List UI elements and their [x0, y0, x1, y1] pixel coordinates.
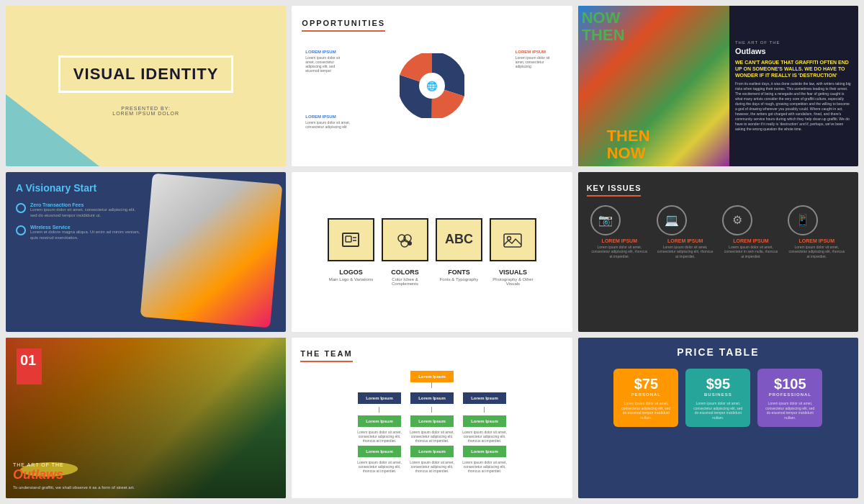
slide-outlaws-bottom: 01 THE ART OF THE Outlaws To understand … — [6, 338, 286, 498]
colors-icon-box — [382, 218, 428, 261]
org-chart: Lorem Ipsum Lorem Ipsum Lorem Ipsum Lore… — [300, 371, 563, 473]
issue-3-text: Lorem ipsum dolor sit amet, consectetur … — [722, 245, 780, 259]
issue-1-icon: 📷 — [590, 205, 621, 235]
issue-2-icon: 💻 — [657, 205, 687, 235]
slide-number: 01 — [20, 352, 36, 369]
art-of-the-label: THE ART OF THE — [735, 40, 852, 45]
title-outline-box: VISUAL IDENTITY — [58, 55, 234, 93]
org-l3-1-text: Lorem ipsum dolor sit amet, consectetur … — [356, 430, 402, 443]
outlaws-body: From its earliest days, it was done outs… — [735, 81, 852, 132]
colors-sublabel: Color Ichee & Complements — [382, 277, 428, 286]
price-tier-3: PROFESSIONAL — [763, 392, 816, 397]
issue-4: 📱 LOREM IPSUM Lorem ipsum dolor sit amet… — [788, 205, 845, 259]
svg-rect-5 — [346, 236, 351, 242]
issue-4-icon: 📱 — [788, 205, 818, 235]
price-text-1: Lorem ipsum dolor sit amet, consectetur … — [619, 401, 672, 420]
visuals-sublabel: Photography & Other Visuals — [490, 277, 536, 286]
feature-1: Zero Transaction Fees Lorem ipsum dolor … — [16, 202, 140, 219]
feature-1-icon — [16, 203, 26, 213]
price-card-personal: $75 PERSONAL Lorem ipsum dolor sit amet,… — [613, 369, 678, 427]
slide-opportunities: OPPORTUNITIES LOREM IPSUM Lorem ipsum do… — [292, 6, 572, 166]
price-amount-1: $75 — [619, 376, 672, 392]
feature-2-content: Wireless Service Lorem et dolore magna a… — [30, 225, 140, 241]
conn-l2-1 — [379, 407, 379, 413]
logos-svg-icon — [340, 229, 361, 251]
slides-grid: VISUAL IDENTITY PRESENTED BY: LOREM IPSU… — [0, 0, 864, 504]
price-tier-1: PERSONAL — [619, 392, 672, 397]
org-col-3: Lorem Ipsum Lorem Ipsum Lorem ipsum dolo… — [461, 392, 508, 473]
org-l2-1: Lorem Ipsum — [358, 392, 401, 404]
org-l4-2-text: Lorem ipsum dolor sit amet, consectetur … — [408, 460, 455, 473]
fonts-abc-label: ABC — [445, 232, 473, 247]
org-l3-1: Lorem Ipsum — [358, 415, 401, 427]
price-table-title: PRICE TABLE — [677, 346, 759, 358]
issue-1-text: Lorem ipsum dolor sit amet, consectetur … — [590, 245, 648, 259]
issue-4-text: Lorem ipsum dolor sit amet, consectetur … — [788, 245, 845, 259]
logos-icon-box — [328, 218, 374, 261]
org-col-1: Lorem Ipsum Lorem Ipsum Lorem ipsum dolo… — [356, 392, 402, 473]
feature-1-text: Lorem ipsum dolor sit amet, consectetur … — [30, 207, 140, 219]
org-l4-1-text: Lorem ipsum dolor sit amet, consectetur … — [356, 460, 402, 473]
feature-1-title: Zero Transaction Fees — [30, 202, 140, 207]
price-cards-container: $75 PERSONAL Lorem ipsum dolor sit amet,… — [613, 369, 822, 427]
outlaws-desc: To understand graffiti, we shall observe… — [13, 485, 135, 491]
connector-root — [431, 382, 432, 388]
feature-2-title: Wireless Service — [30, 225, 140, 230]
org-level2-row: Lorem Ipsum Lorem Ipsum Lorem ipsum dolo… — [356, 392, 508, 473]
key-issues-title: KEY ISSUES — [587, 184, 642, 197]
feature-2: Wireless Service Lorem et dolore magna a… — [16, 225, 140, 241]
org-root: Lorem Ipsum — [410, 371, 454, 382]
issue-1: 📷 LOREM IPSUM Lorem ipsum dolor sit amet… — [590, 205, 648, 259]
conn-l2-2 — [431, 407, 432, 413]
price-text-3: Lorem ipsum dolor sit amet, consectetur … — [763, 401, 816, 420]
slide-outlaws-top: NOWTHEN THENNOW THE ART OF THE Outlaws W… — [578, 6, 858, 166]
pie-chart-svg: 🌐 — [400, 53, 464, 118]
now-text: NOWTHEN — [582, 9, 625, 44]
slide1-title: VISUAL IDENTITY — [73, 65, 219, 84]
team-title: THE TEAM — [300, 349, 352, 362]
colors-label: COLORS — [382, 269, 428, 276]
visuals-label-col: VISUALS Photography & Other Visuals — [490, 269, 536, 286]
slide-team: THE TEAM Lorem Ipsum Lorem Ipsum Lorem I… — [292, 338, 572, 498]
visionary-title: A Visionary Start — [16, 182, 140, 194]
visuals-svg-icon — [502, 229, 523, 251]
feature-2-icon — [16, 225, 26, 235]
teal-triangle-decoration — [6, 94, 99, 166]
svg-point-13 — [508, 236, 511, 240]
outlaws-title: Outlaws — [735, 47, 852, 55]
outlaws-quote: WE CAN'T ARGUE THAT GRAFFITI OFTEN END U… — [735, 59, 852, 78]
pie-chart-container: LOREM IPSUM Lorem ipsum dolor sit amet, … — [302, 42, 562, 129]
org-l2-2: Lorem Ipsum — [410, 392, 454, 404]
org-l4-2: Lorem Ipsum — [410, 446, 454, 457]
visuals-icon-box — [490, 218, 536, 261]
price-amount-3: $105 — [763, 376, 816, 392]
logos-sublabel: Main Logo & Variations — [328, 277, 374, 282]
outlaws-bottom-content: THE ART OF THE Outlaws To understand gra… — [6, 455, 142, 498]
issue-4-label: LOREM IPSUM — [788, 238, 845, 243]
pie-label-left: LOREM IPSUM Lorem ipsum dolor sit amet, … — [305, 50, 348, 73]
slide-brand-elements: ABC LOGOS Main Logo & Variations COLORS … — [292, 172, 572, 333]
slide2-title: OPPORTUNITIES — [302, 19, 385, 32]
feature-1-content: Zero Transaction Fees Lorem ipsum dolor … — [30, 202, 140, 219]
colors-label-col: COLORS Color Ichee & Complements — [382, 269, 428, 286]
brand-labels-row: LOGOS Main Logo & Variations COLORS Colo… — [328, 269, 536, 286]
brand-icons-row: ABC — [328, 218, 536, 261]
org-l4-1: Lorem Ipsum — [358, 446, 401, 457]
laptop-image — [140, 173, 282, 328]
price-card-professional: $105 PROFESSIONAL Lorem ipsum dolor sit … — [757, 369, 822, 427]
issue-2: 💻 LOREM IPSUM Lorem ipsum dolor sit amet… — [657, 205, 714, 259]
issue-1-label: LOREM IPSUM — [590, 238, 648, 243]
slide1-subtitle: PRESENTED BY: LOREM IPSUM DOLOR — [112, 106, 179, 116]
slide-visual-identity: VISUAL IDENTITY PRESENTED BY: LOREM IPSU… — [6, 6, 286, 166]
logos-label: LOGOS — [328, 269, 374, 276]
pie-label-bottom: LOREM IPSUM Lorem ipsum dolor sit amet, … — [305, 114, 356, 129]
org-l2-3: Lorem Ipsum — [463, 392, 506, 404]
conn-l2-3 — [484, 407, 485, 413]
fonts-label: FONTS — [436, 269, 482, 276]
slide-price-table: PRICE TABLE $75 PERSONAL Lorem ipsum dol… — [578, 338, 858, 498]
svg-text:🌐: 🌐 — [426, 81, 438, 92]
key-issues-icons: 📷 LOREM IPSUM Lorem ipsum dolor sit amet… — [587, 205, 850, 259]
fonts-icon-box: ABC — [436, 218, 482, 261]
art-of-label: THE ART OF THE — [13, 462, 135, 467]
org-col-2: Lorem Ipsum Lorem Ipsum Lorem ipsum dolo… — [408, 392, 455, 473]
